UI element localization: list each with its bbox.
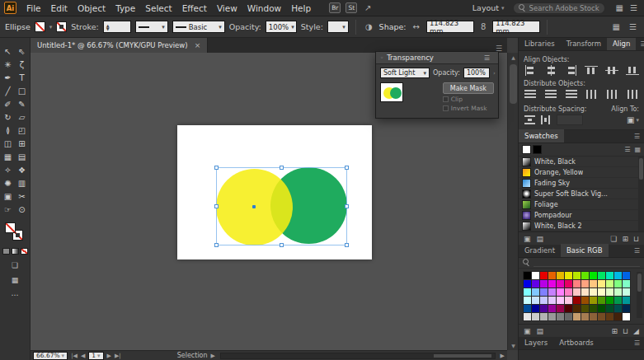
new-swatch-icon[interactable]: ⊞ — [612, 327, 618, 335]
rectangle-tool[interactable]: □ — [15, 84, 29, 97]
color-swatch[interactable] — [590, 297, 597, 304]
slice-tool[interactable]: ✂ — [15, 189, 29, 203]
stroke-weight-input[interactable]: ▲▼ — [103, 21, 131, 33]
last-artboard-icon[interactable]: ▶| — [115, 353, 121, 359]
color-swatch[interactable] — [532, 288, 539, 296]
shape-width-input[interactable]: 114.823 mm — [426, 21, 474, 33]
color-swatch[interactable] — [606, 297, 613, 304]
perspective-grid-tool[interactable]: ⊞ — [15, 137, 29, 150]
brush-definition-select[interactable]: Basic ▾ — [172, 21, 225, 33]
zoom-tool[interactable]: ⊙ — [15, 203, 29, 216]
transparency-panel-header[interactable]: ◦ Transparency ☰ — [376, 52, 498, 64]
color-swatch[interactable] — [590, 272, 597, 279]
stroke-label[interactable]: Stroke: — [71, 22, 98, 31]
new-swatch-icon[interactable]: ⊞ — [622, 235, 628, 243]
swatch-libraries-icon[interactable]: ▣ — [524, 235, 531, 243]
app-menu-icon[interactable]: ☰ — [628, 3, 640, 12]
swatch-search-input[interactable] — [534, 259, 640, 267]
tab-basic-rgb[interactable]: Basic RGB — [561, 244, 609, 257]
color-swatch[interactable] — [598, 305, 605, 312]
color-swatch[interactable] — [557, 288, 564, 296]
chevron-right-icon[interactable]: › — [493, 70, 496, 77]
drawing-mode-icon[interactable]: ❏ — [12, 261, 18, 269]
color-swatch[interactable] — [573, 280, 581, 288]
menu-select[interactable]: Select — [140, 1, 176, 16]
color-swatch[interactable] — [581, 280, 589, 288]
selection-handle[interactable] — [280, 166, 284, 170]
distribute-left-button[interactable] — [585, 89, 598, 100]
previous-artboard-icon[interactable]: ◀ — [81, 353, 85, 359]
status-menu-icon[interactable]: ▶ — [211, 353, 215, 359]
share-icon[interactable]: ↗ — [362, 3, 374, 12]
blend-mode-select[interactable]: Soft Light ▾ — [380, 68, 430, 78]
color-swatch[interactable] — [581, 297, 589, 304]
sw-chip[interactable] — [533, 145, 542, 154]
scale-tool[interactable]: ▱ — [15, 110, 29, 124]
panel-menu-icon[interactable]: ☰ — [627, 22, 639, 31]
color-swatch[interactable] — [614, 297, 622, 304]
color-button[interactable] — [2, 248, 10, 255]
magic-wand-tool[interactable]: ✳ — [1, 58, 15, 71]
color-swatch[interactable] — [606, 313, 613, 320]
color-swatch[interactable] — [565, 272, 572, 279]
horizontal-distribute-space-button[interactable] — [540, 115, 553, 125]
distribute-right-button[interactable] — [626, 89, 639, 100]
color-swatch[interactable] — [548, 272, 556, 279]
color-swatch[interactable] — [524, 272, 531, 279]
color-swatch[interactable] — [590, 280, 597, 288]
color-swatch[interactable] — [565, 280, 572, 288]
color-swatch[interactable] — [524, 305, 531, 312]
color-swatch[interactable] — [540, 313, 548, 320]
color-swatch[interactable] — [606, 280, 613, 288]
color-swatch[interactable] — [581, 272, 589, 279]
color-swatch[interactable] — [557, 280, 564, 288]
scroll-right-icon[interactable]: ▶ — [501, 353, 505, 359]
menu-edit[interactable]: Edit — [46, 1, 73, 16]
document-tab[interactable]: Untitled-1* @ 66.67% (CMYK/GPU Preview) … — [31, 38, 208, 53]
resize-grip-icon[interactable]: ◢ — [633, 327, 639, 335]
lasso-tool[interactable]: ζ — [15, 58, 29, 71]
color-swatch[interactable] — [548, 280, 556, 288]
color-swatch[interactable] — [540, 297, 548, 304]
stroke-profile-select[interactable]: ▾ — [135, 21, 168, 33]
selection-handle[interactable] — [280, 243, 284, 247]
rotate-tool[interactable]: ↻ — [1, 110, 15, 124]
object-thumbnail[interactable] — [380, 82, 403, 102]
swatch-kinds-icon[interactable]: ▤ — [537, 235, 544, 243]
menu-object[interactable]: Object — [73, 1, 110, 16]
eyedropper-tool[interactable]: ✧ — [1, 163, 15, 176]
panel-collapse-icon[interactable]: ◦ — [380, 54, 383, 61]
tab-gradient[interactable]: Gradient — [519, 244, 561, 257]
artboard[interactable] — [177, 125, 372, 259]
direct-selection-tool[interactable]: ⇖ — [15, 44, 29, 58]
color-swatch[interactable] — [581, 313, 589, 320]
align-top-button[interactable] — [585, 65, 598, 76]
menu-window[interactable]: Window — [242, 1, 286, 16]
distribute-bottom-button[interactable] — [565, 89, 578, 100]
list-view-icon[interactable]: ☰ — [624, 146, 630, 153]
color-swatch[interactable] — [598, 280, 605, 288]
color-swatch[interactable] — [532, 297, 539, 304]
color-swatch[interactable] — [573, 313, 581, 320]
color-swatch[interactable] — [614, 280, 622, 288]
menu-effect[interactable]: Effect — [177, 1, 212, 16]
color-swatch[interactable] — [590, 305, 597, 312]
color-swatch[interactable] — [557, 313, 564, 320]
fill-none-swatch[interactable] — [35, 21, 45, 32]
line-segment-tool[interactable]: ╱ — [1, 84, 15, 97]
anchor-center-point[interactable] — [252, 205, 256, 208]
symbol-sprayer-tool[interactable]: ✺ — [1, 176, 15, 189]
distribute-top-button[interactable] — [524, 89, 537, 100]
color-swatch[interactable] — [606, 272, 613, 279]
stock-search[interactable] — [513, 2, 605, 14]
paintbrush-tool[interactable]: ✐ — [1, 97, 15, 110]
selection-handle[interactable] — [345, 166, 349, 170]
edit-toolbar-icon[interactable]: ⋯ — [12, 291, 19, 299]
invert-mask-checkbox[interactable] — [443, 105, 449, 111]
color-swatch[interactable] — [532, 280, 539, 288]
tab-artboards[interactable]: Artboards — [553, 336, 599, 349]
color-swatch[interactable] — [565, 305, 572, 312]
swatch-list-item[interactable]: Foliage — [519, 199, 644, 210]
delete-swatch-icon[interactable]: ⊔ — [623, 327, 628, 335]
color-swatch[interactable] — [623, 288, 630, 296]
